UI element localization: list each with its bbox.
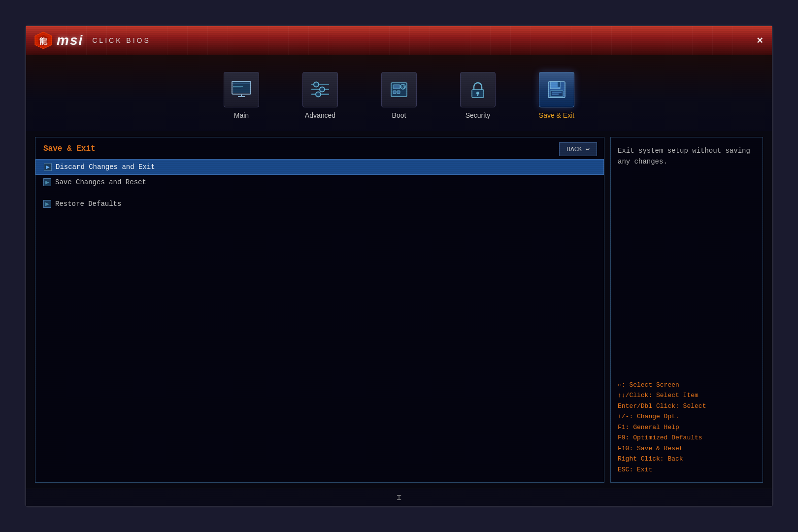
brand-name: msi [57,33,83,48]
shortcut-f1: F1: General Help [618,423,756,432]
tab-advanced[interactable]: Advanced [281,64,360,128]
menu-item-discard-label: Discard Changes and Exit [56,163,155,171]
boot-tab-icon: ⏻ [381,72,417,107]
shortcut-enter: Enter/Dbl Click: Select [618,401,756,411]
left-panel: Save & Exit BACK ↩ ▶ Discard Changes and… [35,137,604,483]
tab-save-exit[interactable]: Save & Exit [517,64,596,128]
advanced-tab-icon [302,72,338,107]
save-exit-tab-icon [539,72,574,107]
svg-rect-18 [393,85,400,89]
bios-header: 龍 msi CLICK BIOS × [26,26,772,55]
item-arrow-restore: ▶ [43,200,51,208]
shortcuts-section: ↔: Select Screen ↑↓/Click: Select Item E… [618,380,756,475]
main-tab-icon [224,72,259,107]
svg-rect-5 [233,83,250,84]
svg-point-16 [316,92,321,97]
menu-spacer [35,190,604,197]
close-button[interactable]: × [757,34,763,47]
tab-main[interactable]: Main [202,64,281,128]
svg-rect-30 [558,82,560,87]
msi-dragon-icon: 龍 [34,31,53,50]
svg-text:⏻: ⏻ [401,85,405,89]
menu-item-restore-label: Restore Defaults [55,200,121,208]
svg-rect-21 [397,91,400,94]
svg-rect-7 [233,86,243,87]
save-exit-tab-label: Save & Exit [539,111,574,119]
security-tab-label: Security [466,111,491,119]
shortcut-esc: ESC: Exit [618,465,756,475]
svg-rect-33 [552,94,559,95]
shortcut-f9: F9: Optimized Defaults [618,433,756,443]
msi-logo: 龍 msi CLICK BIOS [34,31,151,50]
item-arrow-save-reset: ▶ [43,178,51,186]
security-tab-icon [460,72,496,107]
main-tab-label: Main [234,111,249,119]
monitor-bezel: 龍 msi CLICK BIOS × Ma [25,25,773,507]
shortcut-select-screen: ↔: Select Screen [618,380,756,390]
shortcut-f10: F10: Save & Reset [618,444,756,454]
boot-tab-label: Boot [392,111,406,119]
item-arrow-discard: ▶ [44,163,52,171]
menu-item-save-reset-label: Save Changes and Reset [55,178,146,186]
menu-item-discard[interactable]: ▶ Discard Changes and Exit [35,159,604,175]
svg-rect-20 [393,91,396,94]
tab-boot[interactable]: ⏻ Boot [360,64,438,128]
menu-item-restore[interactable]: ▶ Restore Defaults [35,197,604,211]
section-title: Save & Exit [35,137,604,157]
back-button[interactable]: BACK ↩ [559,142,597,156]
bios-content: Save & Exit BACK ↩ ▶ Discard Changes and… [26,131,772,489]
cursor-indicator: ⌶ [397,493,401,502]
nav-tabs: Main Advanced [26,55,772,131]
shortcut-right-click: Right Click: Back [618,454,756,464]
svg-point-15 [320,87,325,92]
svg-point-25 [476,92,479,95]
tab-security[interactable]: Security [438,64,517,128]
menu-items: ▶ Discard Changes and Exit ▶ Save Change… [35,157,604,213]
shortcut-select-item: ↑↓/Click: Select Item [618,391,756,400]
svg-rect-6 [233,85,240,85]
right-panel: Exit system setup without saving any cha… [610,137,763,483]
shortcut-change-opt: +/-: Change Opt. [618,412,756,422]
svg-rect-8 [233,88,241,88]
svg-text:龍: 龍 [39,37,48,45]
bottom-bar: ⌶ [26,489,772,506]
svg-rect-32 [552,92,562,93]
bios-subtitle: CLICK BIOS [92,36,151,44]
help-text: Exit system setup without saving any cha… [618,145,756,380]
svg-point-14 [314,82,319,87]
menu-item-save-reset[interactable]: ▶ Save Changes and Reset [35,175,604,190]
advanced-tab-label: Advanced [305,111,335,119]
